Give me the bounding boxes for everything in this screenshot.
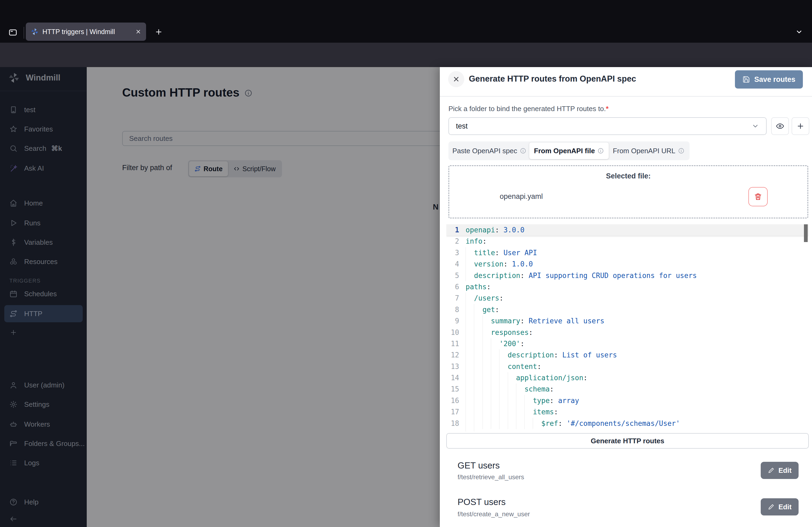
browser-tab[interactable]: HTTP triggers | Windmill — [26, 22, 146, 41]
route-path-post-users: f/test/create_a_new_user — [458, 510, 530, 518]
drawer-backdrop[interactable] — [0, 67, 440, 527]
pencil-icon — [768, 467, 775, 474]
code-line[interactable]: 18 $ref: '#/components/schemas/User' — [446, 418, 809, 429]
info-icon — [520, 148, 526, 154]
plus-icon — [796, 122, 804, 130]
code-line[interactable]: 5 description: API supporting CRUD opera… — [446, 270, 809, 281]
code-line[interactable]: 1openapi: 3.0.0 — [446, 224, 809, 236]
folder-picker-label: Pick a folder to bind the generated HTTP… — [448, 105, 608, 113]
openapi-code-editor[interactable]: 1openapi: 3.0.02info:3 title: User API4 … — [446, 224, 809, 432]
edit-route-button-post[interactable]: Edit — [761, 498, 799, 515]
save-icon — [742, 76, 750, 83]
tab-close-icon[interactable] — [135, 29, 141, 35]
folder-select-value: test — [456, 122, 468, 131]
code-line[interactable]: 13 content: — [446, 361, 809, 372]
code-line[interactable]: 9 summary: Retrieve all users — [446, 315, 809, 327]
edit-route-button-get[interactable]: Edit — [761, 462, 799, 479]
trash-icon — [754, 192, 762, 201]
chevron-down-icon — [795, 28, 803, 36]
selected-file-label: Selected file: — [449, 172, 808, 180]
code-line[interactable]: 8 get: — [446, 304, 809, 315]
required-asterisk: * — [606, 105, 608, 113]
save-routes-button[interactable]: Save routes — [735, 70, 803, 89]
view-folder-button[interactable] — [771, 117, 789, 135]
route-path-get-users: f/test/retrieve_all_users — [458, 473, 524, 481]
tab-title: HTTP triggers | Windmill — [42, 28, 133, 36]
windmill-favicon — [31, 28, 39, 36]
firefox-view-icon — [8, 28, 17, 37]
info-icon — [597, 148, 604, 154]
openapi-drawer: Generate HTTP routes from OpenAPI spec S… — [440, 67, 812, 527]
pencil-icon — [768, 503, 775, 510]
code-line[interactable]: 2info: — [446, 236, 809, 247]
browser-toolbar: http://localhost:3000/routes?filter_path… — [0, 43, 812, 67]
code-line[interactable]: 19 post: — [446, 429, 809, 432]
close-icon — [452, 75, 460, 83]
file-dropzone[interactable]: Selected file: openapi.yaml — [448, 165, 808, 219]
app-root: HTTP triggers | Windmill — [0, 0, 812, 527]
eye-icon — [776, 122, 784, 131]
info-icon — [678, 148, 684, 154]
code-line[interactable]: 17 items: — [446, 406, 809, 418]
add-folder-button[interactable] — [792, 117, 809, 135]
remove-file-button[interactable] — [748, 187, 768, 206]
code-line[interactable]: 16 type: array — [446, 395, 809, 406]
route-title-get-users: GET users — [458, 461, 500, 471]
browser-tab-strip: HTTP triggers | Windmill — [0, 0, 812, 43]
tab-separator — [24, 27, 24, 39]
tab-paste-openapi-spec[interactable]: Paste OpenAPI spec — [450, 142, 529, 159]
selected-file-name: openapi.yaml — [500, 192, 543, 201]
drawer-header-divider — [440, 96, 812, 96]
code-lines: 1openapi: 3.0.02info:3 title: User API4 … — [446, 224, 809, 432]
folder-select[interactable]: test — [448, 117, 767, 135]
new-tab-button[interactable] — [151, 25, 166, 39]
code-line[interactable]: 4 version: 1.0.0 — [446, 258, 809, 270]
tab-from-openapi-file[interactable]: From OpenAPI file — [529, 142, 609, 159]
code-line[interactable]: 10 responses: — [446, 327, 809, 338]
spec-source-tabs: Paste OpenAPI spec From OpenAPI file Fro… — [448, 141, 690, 160]
tab-from-openapi-url[interactable]: From OpenAPI URL — [609, 142, 688, 159]
code-line[interactable]: 7 /users: — [446, 292, 809, 304]
plus-icon — [155, 28, 163, 36]
code-line[interactable]: 15 schema: — [446, 383, 809, 395]
drawer-title: Generate HTTP routes from OpenAPI spec — [469, 74, 636, 84]
code-line[interactable]: 14 application/json: — [446, 372, 809, 383]
editor-scrollbar-thumb[interactable] — [804, 224, 808, 242]
code-line[interactable]: 3 title: User API — [446, 247, 809, 258]
code-line[interactable]: 6paths: — [446, 281, 809, 292]
list-all-tabs-button[interactable] — [792, 25, 807, 39]
route-title-post-users: POST users — [458, 497, 506, 507]
drawer-close-button[interactable] — [448, 71, 464, 87]
code-line[interactable]: 12 description: List of users — [446, 349, 809, 361]
generate-http-routes-button[interactable]: Generate HTTP routes — [446, 433, 809, 449]
code-line[interactable]: 11 '200': — [446, 338, 809, 349]
firefox-view-button[interactable] — [5, 26, 20, 39]
chevron-down-icon — [752, 122, 759, 130]
